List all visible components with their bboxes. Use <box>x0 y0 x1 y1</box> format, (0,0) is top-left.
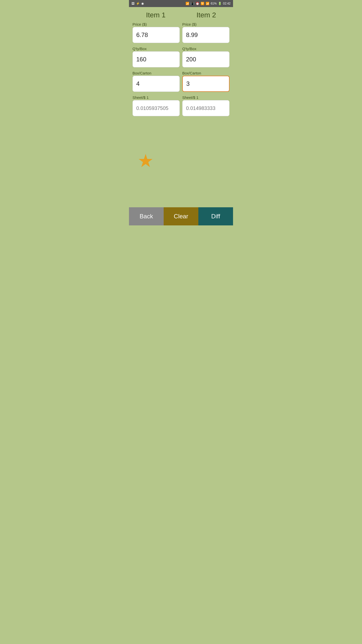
main-content: Item 1 Item 2 Price ($) Q'ty/Box Box/Car… <box>129 7 233 207</box>
circle-icon: ◉ <box>141 2 144 5</box>
item1-box-label: Box/Carton <box>132 71 180 75</box>
item2-price-input[interactable] <box>182 27 230 43</box>
item1-sheet-input <box>132 100 180 116</box>
vibrate-icon: 📳 <box>191 2 194 5</box>
item2-box-label: Box/Carton <box>182 71 230 75</box>
item1-box-group: Box/Carton <box>132 71 180 92</box>
item2-qty-group: Q'ty/Box <box>182 47 230 67</box>
item2-header: Item 2 <box>183 11 230 19</box>
item1-price-input[interactable] <box>132 27 180 43</box>
photo-icon: 🖼 <box>131 2 134 5</box>
battery-icon: 🔋 <box>218 2 222 5</box>
star-icon[interactable]: ★ <box>138 152 154 170</box>
bottom-buttons: Back Clear Diff <box>129 207 233 225</box>
item2-price-label: Price ($) <box>182 22 230 26</box>
item1-header: Item 1 <box>132 11 179 19</box>
item2-column: Price ($) Q'ty/Box Box/Carton Sheet/$ 1 <box>182 22 230 118</box>
wifi-icon: 🛜 <box>201 2 204 5</box>
battery-percent: 61% <box>211 2 217 5</box>
status-bar: 🖼 ⚡ ◉ 📶 📳 ⏰ 🛜 📶 61% 🔋 02:42 <box>129 0 233 7</box>
clear-button[interactable]: Clear <box>164 207 198 225</box>
item2-box-input[interactable] <box>182 76 230 92</box>
item2-price-group: Price ($) <box>182 22 230 43</box>
item1-price-group: Price ($) <box>132 22 180 43</box>
network-icon: 📶 <box>206 2 209 5</box>
clock: 02:42 <box>223 2 231 5</box>
status-bar-left: 🖼 ⚡ ◉ <box>131 2 144 5</box>
item1-column: Price ($) Q'ty/Box Box/Carton Sheet/$ 1 <box>132 22 180 118</box>
usb-icon: ⚡ <box>136 2 140 5</box>
item2-qty-input[interactable] <box>182 51 230 67</box>
status-bar-right: 📶 📳 ⏰ 🛜 📶 61% 🔋 02:42 <box>186 2 231 5</box>
item2-box-group: Box/Carton <box>182 71 230 92</box>
item2-qty-label: Q'ty/Box <box>182 47 230 51</box>
diff-button[interactable]: Diff <box>198 207 233 225</box>
back-button[interactable]: Back <box>129 207 164 225</box>
item2-sheet-label: Sheet/$ 1 <box>182 95 230 100</box>
form-grid: Price ($) Q'ty/Box Box/Carton Sheet/$ 1 … <box>132 22 230 118</box>
item1-qty-label: Q'ty/Box <box>132 47 180 51</box>
item2-sheet-input <box>182 100 230 116</box>
item1-sheet-group: Sheet/$ 1 <box>132 95 180 116</box>
star-area: ★ <box>132 118 230 203</box>
signal-icon: 📶 <box>186 2 189 5</box>
column-headers: Item 1 Item 2 <box>132 11 230 19</box>
item1-qty-group: Q'ty/Box <box>132 47 180 67</box>
item1-box-input[interactable] <box>132 76 180 92</box>
item1-price-label: Price ($) <box>132 22 180 26</box>
item2-sheet-group: Sheet/$ 1 <box>182 95 230 116</box>
alarm-icon: ⏰ <box>196 2 199 5</box>
item1-sheet-label: Sheet/$ 1 <box>132 95 180 100</box>
item1-qty-input[interactable] <box>132 51 180 67</box>
